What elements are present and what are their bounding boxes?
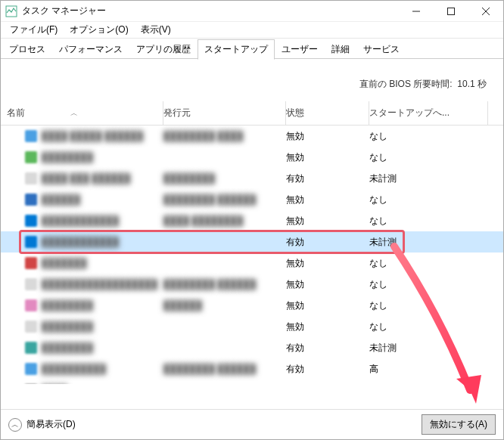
sort-ascending-icon: ︿ [70,108,78,119]
table-row[interactable]: ████████有効未計測 [1,337,503,358]
menu-file[interactable]: ファイル(F) [4,22,64,38]
cell-impact: 未計測 [369,172,503,185]
bios-time-row: 直前の BIOS 所要時間: 10.1 秒 [1,60,503,101]
fewer-details-button[interactable]: ︿ 簡易表示(D) [8,418,76,432]
cell-name: ████████ [25,299,163,311]
tab-processes[interactable]: プロセス [2,39,52,59]
cell-name: ██████████ [25,363,163,375]
svg-rect-2 [448,8,455,14]
table-row[interactable]: ████ ███ ██████████████有効未計測 [1,168,503,189]
app-icon [25,321,37,333]
cell-name: ████████████ [25,215,163,227]
close-button[interactable] [468,1,503,22]
app-name: ███████ [42,258,87,268]
app-name: ████ ███ ██████ [42,173,130,184]
table-row[interactable]: ████ █████ ██████████████ ████無効なし [1,125,503,147]
app-name: ██████████ [42,364,106,374]
column-status[interactable]: 状態 [286,101,369,125]
column-headers: 名前 ︿ 発行元 状態 スタートアップへ... [1,101,503,125]
app-icon [25,236,37,248]
app-name: ████████████ [42,237,119,247]
cell-impact: 未計測 [369,236,503,249]
cell-name: ███████ [25,257,163,269]
menu-view[interactable]: 表示(V) [135,22,177,38]
app-icon [25,215,37,227]
tab-users[interactable]: ユーザー [275,39,325,59]
cell-status: 無効 [286,257,369,270]
chevron-up-icon: ︿ [8,418,22,432]
cell-impact: なし [369,278,503,291]
table-row[interactable]: ████████████有効未計測 [1,231,503,253]
maximize-button[interactable] [434,1,468,22]
tab-startup[interactable]: スタートアップ [198,39,275,60]
table-row[interactable]: ████無効なし [1,380,503,384]
fewer-details-label: 簡易表示(D) [26,418,76,431]
menu-options[interactable]: オプション(O) [64,22,134,38]
table-row[interactable]: ██████████████████ ██████有効高 [1,358,503,380]
cell-status: 無効 [286,278,369,291]
table-row[interactable]: ████████████████ ████████無効なし [1,210,503,231]
startup-list[interactable]: ████ █████ ██████████████ ████無効なし██████… [1,125,503,384]
bios-label: 直前の BIOS 所要時間: [359,79,453,89]
cell-publisher: ████ ████████ [163,215,286,226]
tab-details[interactable]: 詳細 [325,39,356,59]
table-row[interactable]: ██████████████ ██████無効なし [1,189,503,210]
app-icon [25,342,37,354]
app-name: ████████ [42,342,93,353]
cell-impact: なし [369,257,503,270]
menubar: ファイル(F) オプション(O) 表示(V) [1,22,503,39]
column-name[interactable]: 名前 ︿ [1,101,163,125]
app-name: ██████████████████ [42,279,157,290]
app-icon [25,194,37,206]
cell-publisher: ████████ ██████ [163,364,286,374]
minimize-button[interactable] [399,1,434,22]
cell-impact: 未計測 [369,342,503,355]
cell-publisher: ████████ ██████ [163,279,286,290]
titlebar: タスク マネージャー [1,1,503,22]
cell-status: 無効 [286,215,369,228]
cell-publisher: ████████ ██████ [163,194,286,205]
tab-performance[interactable]: パフォーマンス [52,39,129,59]
table-row[interactable]: ████████無効なし [1,147,503,168]
app-icon [25,278,37,290]
cell-status: 無効 [286,151,369,164]
task-manager-icon [5,5,17,17]
cell-status: 有効 [286,363,369,376]
tab-services[interactable]: サービス [356,39,406,59]
cell-status: 有効 [286,342,369,355]
disable-button[interactable]: 無効にする(A) [422,414,496,435]
table-row[interactable]: ███████無効なし [1,253,503,274]
app-icon [25,130,37,142]
cell-name: ████████████ [25,236,163,248]
window-controls [399,1,503,22]
table-row[interactable]: ████████無効なし [1,316,503,337]
cell-impact: なし [369,130,503,143]
app-name: ████████ [42,152,93,163]
table-row[interactable]: ██████████████████████████ ██████無効なし [1,274,503,295]
cell-impact: なし [369,215,503,228]
app-icon [25,363,37,375]
app-name: ██████ [42,194,80,205]
app-name: ████████ [42,321,93,332]
cell-status: 無効 [286,321,369,333]
cell-impact: なし [369,299,503,312]
app-name: ████ █████ ██████ [42,131,143,141]
column-name-label: 名前 [7,107,25,119]
column-publisher[interactable]: 発行元 [163,101,286,125]
tab-app-history[interactable]: アプリの履歴 [129,39,198,59]
cell-status: 有効 [286,172,369,185]
cell-impact: 高 [369,363,503,376]
cell-impact: なし [369,151,503,164]
tabbar: プロセス パフォーマンス アプリの履歴 スタートアップ ユーザー 詳細 サービス [1,39,503,60]
app-icon [25,299,37,311]
table-row[interactable]: ██████████████無効なし [1,295,503,316]
column-startup-impact[interactable]: スタートアップへ... [369,101,488,125]
cell-status: 無効 [286,194,369,206]
cell-publisher: ████████ ████ [163,131,286,141]
bios-value: 10.1 秒 [457,79,487,89]
app-icon [25,172,37,184]
cell-status: 有効 [286,236,369,249]
app-icon [25,151,37,163]
cell-impact: なし [369,321,503,333]
footer: ︿ 簡易表示(D) 無効にする(A) [1,409,503,439]
